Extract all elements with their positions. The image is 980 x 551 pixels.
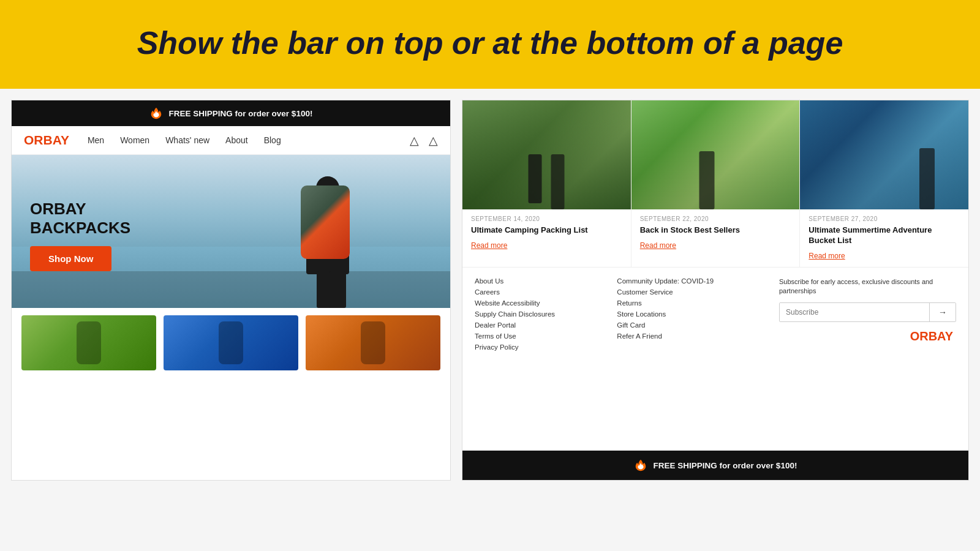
blog-cards: SEPTEMBER 14, 2020 Ultimate Camping Pack… (462, 100, 968, 268)
footer-link-supply[interactable]: Supply Chain Disclosures (475, 310, 611, 318)
footer-logo-text: ORBAY (910, 329, 953, 343)
hero-section: ORBAY BACKPACKS Shop Now (12, 155, 450, 308)
footer-link-gift-card[interactable]: Gift Card (617, 321, 767, 329)
footer-subscribe-col: Subscribe for early access, exclusive di… (773, 277, 956, 444)
product-card-3[interactable] (306, 315, 440, 370)
blog-date-1: SEPTEMBER 14, 2020 (471, 216, 622, 222)
blog-card-2-body: SEPTEMBER 22, 2020 Back in Stock Best Se… (631, 209, 800, 257)
bottom-flame-icon (634, 459, 647, 472)
main-headline: Show the bar on top or at the bottom of … (12, 23, 968, 63)
product-card-2[interactable] (164, 315, 298, 370)
footer-link-terms[interactable]: Terms of Use (475, 332, 611, 340)
shop-now-button[interactable]: Shop Now (30, 246, 111, 271)
subscribe-input[interactable] (780, 303, 929, 321)
hero-text: ORBAY BACKPACKS Shop Now (30, 200, 130, 271)
bottom-shipping-text: FREE SHIPPING for order over $100! (654, 461, 797, 470)
top-shipping-bar: FREE SHIPPING for order over $100! (12, 100, 450, 126)
nav-links: Men Women Whats' new About Blog (88, 135, 410, 145)
nav-women[interactable]: Women (120, 135, 149, 145)
footer-col-2: Community Update: COVID-19 Customer Serv… (617, 277, 767, 444)
footer-link-dealer[interactable]: Dealer Portal (475, 321, 611, 329)
footer-link-returns[interactable]: Returns (617, 299, 767, 307)
blog-read-more-1[interactable]: Read more (471, 241, 507, 250)
footer-link-accessibility[interactable]: Website Accessibility (475, 299, 611, 307)
blog-card-1: SEPTEMBER 14, 2020 Ultimate Camping Pack… (462, 100, 631, 267)
cart-icon[interactable]: △ (429, 133, 438, 148)
blog-card-3: SEPTEMBER 27, 2020 Ultimate Summertime A… (800, 100, 968, 267)
footer-link-about-us[interactable]: About Us (475, 277, 611, 285)
hero-title: ORBAY BACKPACKS (30, 200, 130, 238)
blog-image-1 (462, 100, 631, 209)
footer-section: About Us Careers Website Accessibility S… (462, 268, 968, 451)
blog-title-1: Ultimate Camping Packing List (471, 225, 622, 236)
footer-link-careers[interactable]: Careers (475, 288, 611, 296)
blog-date-3: SEPTEMBER 27, 2020 (809, 216, 960, 222)
footer-link-covid[interactable]: Community Update: COVID-19 (617, 277, 767, 285)
nav-blog[interactable]: Blog (264, 135, 281, 145)
blog-read-more-3[interactable]: Read more (809, 252, 845, 260)
bottom-shipping-bar: FREE SHIPPING for order over $100! (462, 451, 968, 480)
nav-about[interactable]: About (225, 135, 248, 145)
nav-men[interactable]: Men (88, 135, 104, 145)
footer-link-privacy[interactable]: Privacy Policy (475, 343, 611, 351)
left-panel: FREE SHIPPING for order over $100! ORBAY… (11, 100, 451, 481)
blog-image-3 (800, 100, 968, 209)
product-row (12, 308, 450, 378)
blog-card-3-body: SEPTEMBER 27, 2020 Ultimate Summertime A… (800, 209, 968, 267)
blog-card-1-body: SEPTEMBER 14, 2020 Ultimate Camping Pack… (462, 209, 631, 257)
blog-image-2 (631, 100, 800, 209)
blog-title-3: Ultimate Summertime Adventure Bucket Lis… (809, 225, 960, 246)
nav-logo: ORBAY (24, 133, 69, 148)
blog-card-2: SEPTEMBER 22, 2020 Back in Stock Best Se… (631, 100, 801, 267)
right-panel: SEPTEMBER 14, 2020 Ultimate Camping Pack… (462, 100, 969, 481)
subscribe-button[interactable]: → (929, 303, 956, 321)
nav-bar: ORBAY Men Women Whats' new About Blog △ … (12, 126, 450, 155)
top-shipping-text: FREE SHIPPING for order over $100! (169, 109, 313, 118)
footer-brand-logo: ORBAY (779, 329, 956, 343)
blog-read-more-2[interactable]: Read more (640, 241, 676, 250)
user-icon[interactable]: △ (410, 133, 419, 148)
footer-col-1: About Us Careers Website Accessibility S… (475, 277, 611, 444)
flame-icon (149, 107, 163, 120)
blog-title-2: Back in Stock Best Sellers (640, 225, 791, 236)
top-yellow-banner: Show the bar on top or at the bottom of … (0, 0, 980, 89)
nav-whats-new[interactable]: Whats' new (165, 135, 209, 145)
subscribe-input-wrap: → (779, 302, 956, 322)
blog-date-2: SEPTEMBER 22, 2020 (640, 216, 791, 222)
product-card-1[interactable] (21, 315, 156, 370)
footer-link-store-locations[interactable]: Store Locations (617, 310, 767, 318)
subscribe-text: Subscribe for early access, exclusive di… (779, 277, 956, 296)
footer-link-refer[interactable]: Refer A Friend (617, 332, 767, 340)
footer-link-customer-service[interactable]: Customer Service (617, 288, 767, 296)
